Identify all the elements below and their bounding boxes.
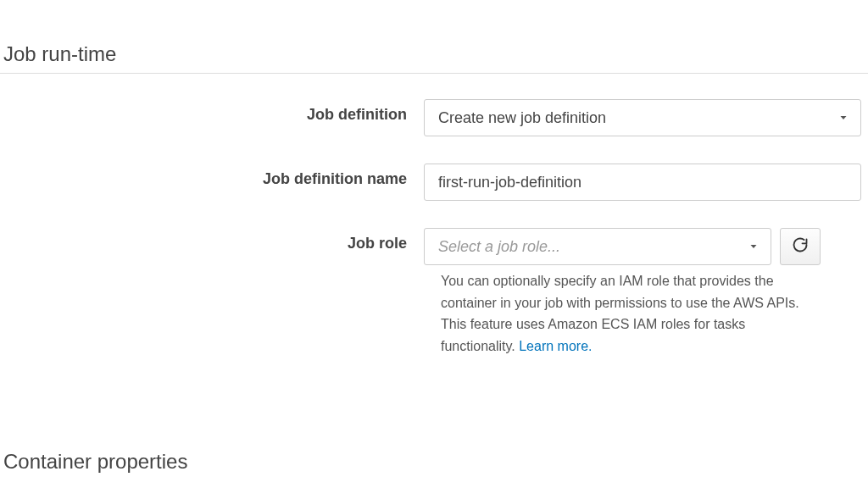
label-job-role: Job role xyxy=(0,228,424,252)
job-role-select[interactable]: Select a job role... xyxy=(424,228,771,265)
section-title-job-runtime: Job run-time xyxy=(0,0,868,74)
job-definition-name-input[interactable] xyxy=(424,164,861,201)
label-job-definition-name: Job definition name xyxy=(0,164,424,188)
refresh-icon xyxy=(792,236,809,257)
job-definition-selected-value: Create new job definition xyxy=(438,109,606,127)
job-role-placeholder: Select a job role... xyxy=(438,238,560,256)
chevron-down-icon xyxy=(748,241,759,252)
chevron-down-icon xyxy=(838,113,849,123)
section-title-container-properties: Container properties xyxy=(0,408,868,480)
job-role-help-text: You can optionally specify an IAM role t… xyxy=(441,270,839,357)
refresh-button[interactable] xyxy=(780,228,821,265)
job-definition-select[interactable]: Create new job definition xyxy=(424,99,861,136)
learn-more-link[interactable]: Learn more. xyxy=(519,339,592,353)
label-job-definition: Job definition xyxy=(0,99,424,124)
